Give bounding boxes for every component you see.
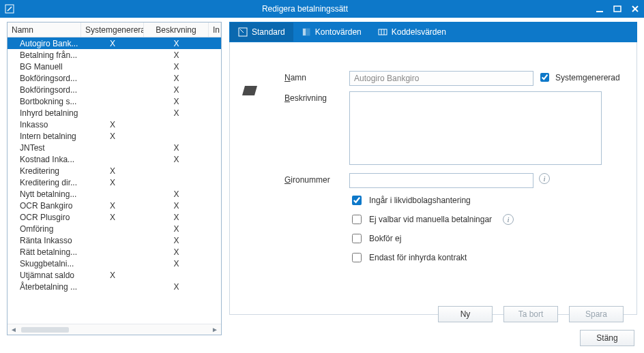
table-row[interactable]: OCR PlusgiroXX <box>8 211 221 223</box>
name-input[interactable] <box>349 71 533 86</box>
maximize-button[interactable] <box>613 4 622 14</box>
cell-besk <box>144 136 209 136</box>
table-row[interactable]: Kreditering dir...X <box>8 176 221 188</box>
cell-besk: X <box>144 142 209 153</box>
cell-namn: Intern betalning <box>8 131 81 141</box>
table-row[interactable]: Rätt betalning...X <box>8 246 221 258</box>
cell-namn: Skuggbetalni... <box>8 258 81 268</box>
cell-sys: X <box>81 38 144 48</box>
stang-button[interactable]: Stäng <box>580 330 634 346</box>
table-row[interactable]: Bokföringsord...X <box>8 72 221 84</box>
table-row[interactable]: Bokföringsord...X <box>8 84 221 95</box>
table-row[interactable]: OmföringX <box>8 223 221 234</box>
column-header-namn[interactable]: Namn <box>8 22 81 37</box>
table-row[interactable]: InkassoX <box>8 119 221 130</box>
gironummer-input[interactable] <box>349 173 533 188</box>
cell-in <box>209 66 221 67</box>
check-bokfor-ej[interactable]: Bokför ej <box>349 232 623 245</box>
konto-tab-icon <box>302 27 311 37</box>
cell-sys <box>81 263 144 264</box>
table-row[interactable]: Ränta InkassoX <box>8 234 221 246</box>
tab-koddelsvarden[interactable]: Koddelsvärden <box>370 22 454 42</box>
table-row[interactable]: OCR BankgiroXX <box>8 200 221 211</box>
table-row[interactable]: Skuggbetalni...X <box>8 258 221 269</box>
table-row[interactable]: Autogiro Bank...XX <box>8 37 221 49</box>
cell-in <box>209 78 221 78</box>
info-icon[interactable]: i <box>503 214 514 225</box>
cell-in <box>209 112 221 113</box>
check-likvidbolag-input[interactable] <box>352 196 362 205</box>
cell-besk: X <box>144 38 209 48</box>
table-row[interactable]: Betalning från...X <box>8 49 221 61</box>
cell-namn: Kreditering dir... <box>8 177 81 187</box>
spara-button[interactable]: Spara <box>569 306 624 322</box>
cell-in <box>209 43 221 44</box>
table-row[interactable]: Återbetalning ...X <box>8 281 221 292</box>
tab-label: Standard <box>252 27 285 37</box>
cell-in <box>209 147 221 148</box>
close-button[interactable] <box>630 4 640 14</box>
table-row[interactable]: Inhyrd betalningX <box>8 107 221 119</box>
cell-in <box>209 170 221 171</box>
svg-rect-8 <box>379 29 387 35</box>
cell-namn: OCR Plusgiro <box>8 212 81 222</box>
table-row[interactable]: Nytt betalning...X <box>8 188 221 200</box>
cell-namn: Utjämnat saldo <box>8 270 81 280</box>
check-ej-valbar-input[interactable] <box>352 215 362 224</box>
check-inhyrda-input[interactable] <box>352 253 362 262</box>
beskrivning-textarea[interactable] <box>349 91 602 165</box>
cell-besk: X <box>144 96 209 106</box>
dialog-button-row: Stäng <box>580 330 634 346</box>
cell-namn: Rätt betalning... <box>8 247 81 257</box>
scroll-left-icon[interactable]: ◄ <box>10 326 17 333</box>
cell-in <box>209 124 221 125</box>
cell-namn: Inhyrd betalning <box>8 108 81 118</box>
check-bokfor-ej-input[interactable] <box>352 234 362 243</box>
cell-namn: Nytt betalning... <box>8 189 81 199</box>
systemgenererad-checkbox[interactable]: Systemgenererad <box>538 71 620 84</box>
cell-sys <box>81 159 144 159</box>
table-row[interactable]: KrediteringX <box>8 165 221 176</box>
cell-sys <box>81 78 144 78</box>
cell-sys: X <box>81 200 144 211</box>
form-document-icon <box>241 83 259 100</box>
table-row[interactable]: BG ManuellX <box>8 61 221 72</box>
cell-in <box>209 55 221 55</box>
cell-in <box>209 89 221 90</box>
cell-namn: OCR Bankgiro <box>8 200 81 211</box>
table-row[interactable]: Utjämnat saldoX <box>8 269 221 281</box>
column-header-systemgenererad[interactable]: Systemgenererad <box>81 22 144 37</box>
tabort-button[interactable]: Ta bort <box>503 306 558 322</box>
column-header-beskrvning[interactable]: Beskrvning <box>144 22 209 37</box>
column-header-in[interactable]: In <box>209 22 221 37</box>
check-ej-valbar[interactable]: Ej valbar vid manuella betalningar i <box>349 213 623 226</box>
table-row[interactable]: Kostnad Inka...X <box>8 153 221 165</box>
info-icon[interactable]: i <box>539 173 550 184</box>
minimize-button[interactable] <box>595 4 604 14</box>
payment-types-grid[interactable]: Namn Systemgenererad Beskrvning In Autog… <box>7 22 222 335</box>
cell-sys <box>81 228 144 229</box>
label-namn: Namn <box>284 71 349 82</box>
horizontal-scrollbar[interactable]: ◄ ► <box>8 324 221 335</box>
table-row[interactable]: JNTestX <box>8 142 221 153</box>
cell-besk: X <box>144 61 209 72</box>
cell-namn: Bokföringsord... <box>8 73 81 83</box>
ny-button[interactable]: Ny <box>438 306 493 322</box>
tab-kontovarden[interactable]: Kontovärden <box>293 22 370 42</box>
check-likvidbolag[interactable]: Ingår i likvidbolagshantering <box>349 194 623 207</box>
check-inhyrda[interactable]: Endast för inhyrda kontrakt <box>349 251 623 264</box>
tab-standard[interactable]: Standard <box>230 22 293 42</box>
table-row[interactable]: Bortbokning s...X <box>8 95 221 107</box>
cell-besk: X <box>144 85 209 95</box>
scroll-thumb[interactable] <box>21 327 69 333</box>
form-button-row: Ny Ta bort Spara <box>438 306 624 322</box>
check-likvidbolag-label: Ingår i likvidbolagshantering <box>369 196 471 205</box>
cell-sys <box>81 55 144 55</box>
cell-in <box>209 228 221 229</box>
cell-besk: X <box>144 281 209 292</box>
scroll-right-icon[interactable]: ► <box>211 326 218 333</box>
table-row[interactable]: Intern betalningX <box>8 130 221 142</box>
systemgenererad-checkbox-input[interactable] <box>540 73 549 82</box>
cell-sys <box>81 194 144 194</box>
cell-namn: Betalning från... <box>8 50 81 60</box>
